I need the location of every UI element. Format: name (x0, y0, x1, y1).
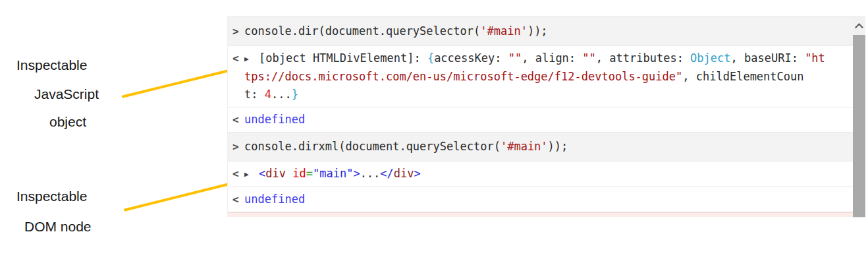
console-result-row: <undefined (228, 107, 853, 132)
console-result-row: <▶<div id="main">...</div> (228, 162, 853, 187)
figure-canvas: Inspectable JavaScript object Inspectabl… (0, 0, 868, 265)
code-token: )); (548, 140, 568, 153)
console-panel: >console.dir(document.querySelector('#ma… (227, 16, 865, 217)
console-row-text: ▶[object HTMLDivElement]: {accessKey: ""… (244, 49, 853, 103)
code-token: console.dirxml(document.querySelector( (244, 140, 501, 153)
code-token: , baseURI: (731, 51, 805, 65)
code-token: id (292, 167, 306, 180)
annotation-js-object-line1: Inspectable (16, 57, 87, 74)
annotation-js-object-line3: object (49, 113, 86, 131)
code-token: < (259, 167, 265, 180)
annotation-js-object-line2: JavaScript (34, 86, 99, 103)
code-token: t: (244, 88, 265, 101)
code-token: ... (271, 88, 292, 101)
input-prompt-icon: > (228, 138, 244, 156)
annotation-dom-node-line2: DOM node (24, 218, 92, 235)
code-token: div (265, 167, 286, 180)
code-token: , align: (522, 51, 582, 65)
code-token: undefined (244, 113, 305, 126)
code-token: div (394, 167, 414, 180)
code-token: tps://docs.microsoft.com/en-us/microsoft… (244, 70, 682, 83)
code-token: Object (690, 51, 730, 65)
code-token: "" (582, 51, 595, 65)
input-prompt-icon: > (228, 22, 244, 40)
code-line: tps://docs.microsoft.com/en-us/microsoft… (244, 68, 853, 86)
callout-line-dom-node (124, 179, 243, 212)
code-token: "" (508, 51, 522, 65)
code-line: undefined (244, 111, 853, 129)
code-token: > (353, 167, 360, 180)
console-row-text: console.dir(document.querySelector('#mai… (244, 22, 853, 40)
code-token: > (414, 167, 421, 180)
code-token: "main" (313, 167, 353, 180)
console-row-text: ▶<div id="main">...</div> (244, 165, 853, 183)
code-token: </ (380, 167, 393, 180)
code-line: ▶[object HTMLDivElement]: {accessKey: ""… (244, 49, 853, 68)
console-input-row: >console.dir(document.querySelector('#ma… (228, 17, 853, 46)
scroll-up-icon (855, 23, 863, 32)
output-chevron-icon: < (228, 111, 244, 129)
code-token: ... (360, 167, 381, 180)
code-line: t: 4...} (244, 86, 853, 103)
code-token: } (292, 88, 298, 101)
code-token: "ht (805, 51, 825, 65)
console-row-text: console.dirxml(document.querySelector('#… (244, 138, 853, 156)
code-token: = (306, 167, 313, 180)
code-line: undefined (244, 191, 853, 208)
code-token: { (427, 51, 434, 65)
console-input-row: >console.dirxml(document.querySelector('… (228, 132, 853, 162)
code-token: )); (528, 24, 548, 38)
scrollbar[interactable] (853, 17, 865, 218)
console-output-area: >console.dir(document.querySelector('#ma… (228, 17, 853, 212)
code-token: 4 (265, 88, 271, 101)
output-chevron-icon: < (228, 191, 244, 208)
scrollbar-thumb[interactable] (853, 35, 865, 217)
annotation-dom-node-line1: Inspectable (16, 188, 87, 205)
code-line: ▶<div id="main">...</div> (244, 165, 853, 183)
console-result-row: <▶[object HTMLDivElement]: {accessKey: "… (228, 46, 853, 107)
code-token: [object HTMLDivElement]: (259, 51, 427, 65)
code-line: console.dir(document.querySelector('#mai… (244, 22, 853, 40)
code-token: console.dir(document.querySelector( (244, 24, 480, 38)
code-token: , childElementCoun (682, 70, 803, 83)
next-row-edge (228, 212, 853, 217)
code-token: undefined (244, 192, 305, 206)
console-result-row: <undefined (228, 187, 853, 212)
code-token: accessKey: (434, 51, 508, 65)
code-token: '#main' (501, 140, 548, 153)
output-chevron-icon: < (228, 49, 244, 103)
console-row-text: undefined (244, 191, 853, 208)
code-token (286, 167, 292, 180)
code-token: '#main' (480, 24, 528, 38)
expand-triangle-icon[interactable]: ▶ (244, 50, 259, 68)
scroll-up-button[interactable] (853, 17, 865, 34)
output-chevron-icon: < (228, 165, 244, 183)
console-row-text: undefined (244, 111, 853, 129)
code-line: console.dirxml(document.querySelector('#… (244, 138, 853, 156)
callout-line-js-object (122, 68, 236, 98)
expand-triangle-icon[interactable]: ▶ (244, 165, 259, 183)
code-token: , attributes: (596, 51, 690, 65)
